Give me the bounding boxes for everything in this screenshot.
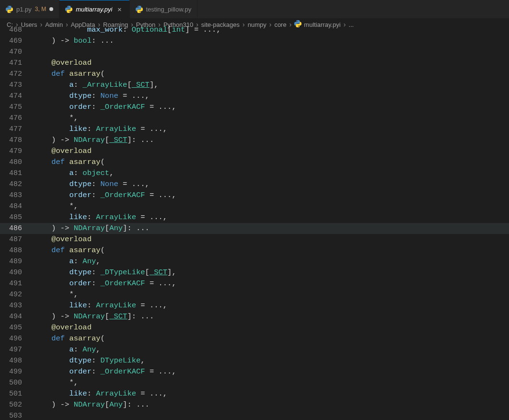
code-content: *, (34, 377, 78, 388)
code-line[interactable]: 484 *, (0, 201, 509, 212)
line-number: 479 (0, 146, 34, 157)
line-number: 496 (0, 333, 34, 344)
code-line[interactable]: 502 ) -> NDArray[Any]: ... (0, 399, 509, 410)
code-line[interactable]: 475 order: _OrderKACF = ..., (0, 102, 509, 113)
line-number: 484 (0, 201, 34, 212)
line-number: 495 (0, 322, 34, 333)
line-number: 499 (0, 366, 34, 377)
code-content: dtype: DTypeLike, (34, 355, 145, 366)
code-line[interactable]: 491 order: _OrderKACF = ..., (0, 278, 509, 289)
line-number: 478 (0, 135, 34, 146)
code-line[interactable]: 477 like: ArrayLike = ..., (0, 124, 509, 135)
code-content: order: _OrderKACF = ..., (34, 278, 176, 289)
code-content: a: _ArrayLike[_SCT], (34, 80, 159, 91)
code-line[interactable]: 473 a: _ArrayLike[_SCT], (0, 80, 509, 91)
code-content: def asarray( (34, 157, 105, 168)
code-content: like: ArrayLike = ..., (34, 124, 167, 135)
line-number: 487 (0, 234, 34, 245)
code-line[interactable]: 478 ) -> NDArray[_SCT]: ... (0, 135, 509, 146)
code-content: ) -> NDArray[_SCT]: ... (34, 311, 154, 322)
code-line[interactable]: 494 ) -> NDArray[_SCT]: ... (0, 311, 509, 322)
code-content: like: ArrayLike = ..., (34, 212, 167, 223)
code-line[interactable]: 469 ) -> bool: ... (0, 35, 509, 47)
code-content: a: Any, (34, 344, 101, 355)
code-content: ) -> NDArray[Any]: ... (34, 223, 150, 234)
python-file-icon (136, 6, 143, 13)
tab-multiarray-pyi[interactable]: multiarray.pyi× (59, 0, 129, 18)
code-content: like: ArrayLike = ..., (34, 388, 167, 399)
line-number: 471 (0, 58, 34, 69)
code-line[interactable]: 499 order: _OrderKACF = ..., (0, 366, 509, 377)
code-line[interactable]: 479 @overload (0, 146, 509, 157)
code-line[interactable]: 498 dtype: DTypeLike, (0, 355, 509, 366)
line-number: 486 (0, 223, 34, 234)
code-content: dtype: _DTypeLike[_SCT], (34, 267, 176, 278)
line-number: 492 (0, 289, 34, 300)
git-status: 3, M (35, 6, 46, 12)
line-number: 502 (0, 399, 34, 410)
line-number: 473 (0, 80, 34, 91)
code-content: @overload (34, 234, 92, 245)
code-line[interactable]: 495 @overload (0, 322, 509, 333)
line-number: 470 (0, 47, 34, 58)
code-content (34, 47, 51, 58)
code-line[interactable]: 503 (0, 410, 509, 420)
code-line[interactable]: 471 @overload (0, 58, 509, 69)
line-number: 501 (0, 388, 34, 399)
code-content: @overload (34, 146, 92, 157)
code-content: ) -> NDArray[Any]: ... (34, 399, 150, 410)
code-line[interactable]: 487 @overload (0, 234, 509, 245)
code-line[interactable]: 482 dtype: None = ..., (0, 179, 509, 190)
code-content: ) -> NDArray[_SCT]: ... (34, 135, 154, 146)
code-content: max_work: Optional[int] = ..., (34, 24, 221, 35)
dirty-indicator-icon (49, 7, 53, 11)
tab-label: multiarray.pyi (76, 6, 112, 13)
code-editor[interactable]: 468 max_work: Optional[int] = ...,469 ) … (0, 24, 509, 420)
code-line[interactable]: 470 (0, 47, 509, 58)
line-number: 497 (0, 344, 34, 355)
code-line[interactable]: 492 *, (0, 289, 509, 300)
code-line[interactable]: 472 def asarray( (0, 69, 509, 80)
tab-testing_pillow-py[interactable]: testing_pillow.py (130, 0, 198, 18)
code-line[interactable]: 490 dtype: _DTypeLike[_SCT], (0, 267, 509, 278)
line-number: 488 (0, 245, 34, 256)
code-content: *, (34, 113, 78, 124)
tab-bar: p1.py3, Mmultiarray.pyi×testing_pillow.p… (0, 0, 509, 18)
line-number: 469 (0, 35, 34, 47)
code-line[interactable]: 476 *, (0, 113, 509, 124)
code-content: order: _OrderKACF = ..., (34, 366, 176, 377)
line-number: 491 (0, 278, 34, 289)
code-line[interactable]: 480 def asarray( (0, 157, 509, 168)
code-line[interactable]: 481 a: object, (0, 168, 509, 179)
line-number: 490 (0, 267, 34, 278)
code-line[interactable]: 497 a: Any, (0, 344, 509, 355)
code-line[interactable]: 468 max_work: Optional[int] = ..., (0, 24, 509, 35)
line-number: 480 (0, 157, 34, 168)
code-content: def asarray( (34, 69, 105, 80)
line-number: 485 (0, 212, 34, 223)
line-number: 472 (0, 69, 34, 80)
code-content: dtype: None = ..., (34, 91, 150, 102)
code-line[interactable]: 483 order: _OrderKACF = ..., (0, 190, 509, 201)
code-content: like: ArrayLike = ..., (34, 300, 167, 311)
code-content: @overload (34, 322, 92, 333)
code-content: a: object, (34, 168, 114, 179)
code-line[interactable]: 488 def asarray( (0, 245, 509, 256)
line-number: 498 (0, 355, 34, 366)
close-icon[interactable]: × (116, 5, 124, 13)
code-line[interactable]: 485 like: ArrayLike = ..., (0, 212, 509, 223)
tab-p1-py[interactable]: p1.py3, M (0, 0, 59, 18)
code-line[interactable]: 489 a: Any, (0, 256, 509, 267)
code-line[interactable]: 501 like: ArrayLike = ..., (0, 388, 509, 399)
code-line[interactable]: 474 dtype: None = ..., (0, 91, 509, 102)
code-content: a: Any, (34, 256, 101, 267)
code-line[interactable]: 496 def asarray( (0, 333, 509, 344)
code-line[interactable]: 500 *, (0, 377, 509, 388)
tab-label: p1.py (16, 6, 32, 13)
code-line[interactable]: 493 like: ArrayLike = ..., (0, 300, 509, 311)
tab-label: testing_pillow.py (146, 6, 192, 13)
line-number: 474 (0, 91, 34, 102)
line-number: 475 (0, 102, 34, 113)
code-line[interactable]: 486 ) -> NDArray[Any]: ... (0, 223, 509, 234)
code-content: order: _OrderKACF = ..., (34, 102, 176, 113)
